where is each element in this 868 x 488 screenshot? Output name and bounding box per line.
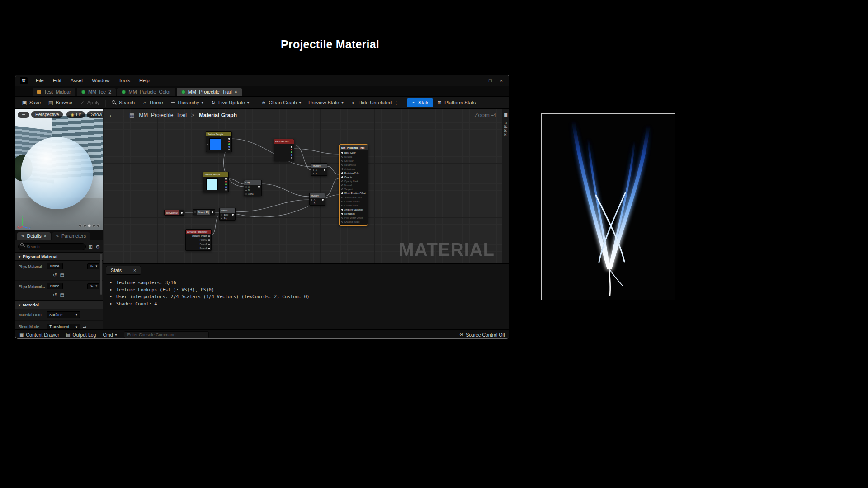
material-input-pin[interactable]: Pixel Depth Offset: [340, 216, 368, 220]
console-command-input[interactable]: [124, 331, 209, 338]
node-dynamic-parameter[interactable]: Dynamic Parameter Dissolve_Power Param2: [185, 229, 212, 251]
blend-mode-select[interactable]: Translucent: [47, 324, 80, 330]
breadcrumb-asset[interactable]: MM_Projectile_Trail: [139, 112, 187, 118]
material-input-pin[interactable]: Ambient Occlusion: [340, 207, 368, 211]
cmd-dropdown[interactable]: Cmd: [103, 332, 117, 338]
output-log-button[interactable]: Output Log: [66, 332, 96, 338]
node-texture-sample-1[interactable]: Texture Sample: [206, 131, 232, 152]
material-input-pin[interactable]: Shading Model: [340, 220, 368, 224]
details-scrollbar[interactable]: [100, 254, 102, 295]
use-selected-icon[interactable]: [53, 271, 57, 278]
material-input-pin[interactable]: Refraction: [340, 211, 368, 216]
material-input-pin[interactable]: Normal: [340, 183, 368, 187]
material-input-pin[interactable]: Tangent: [340, 187, 368, 191]
material-input-pin[interactable]: Subsurface Color: [340, 195, 368, 199]
material-input-pin[interactable]: Opacity Mask: [340, 179, 368, 183]
toolbar-button[interactable]: Preview State: [305, 98, 347, 107]
material-domain-select[interactable]: Surface: [47, 311, 80, 318]
section-header[interactable]: Material: [15, 300, 103, 309]
material-input-pin[interactable]: Base Color: [340, 150, 368, 155]
mini-dropdown[interactable]: No: [87, 283, 99, 289]
node-multiply-2[interactable]: Multiply A B: [309, 193, 326, 206]
toolbar-button[interactable]: Save: [18, 98, 44, 108]
tab-details[interactable]: Details: [17, 232, 51, 240]
toolbar-button[interactable]: Hide Unrelated: [347, 98, 402, 108]
node-lerp[interactable]: Lerp A B Alpha: [244, 180, 262, 196]
uv-input-pin[interactable]: [207, 144, 208, 145]
dynamic-parameter-pin[interactable]: Dissolve_Power: [186, 234, 211, 238]
browse-to-asset-icon[interactable]: [60, 271, 64, 278]
material-input-pin[interactable]: Specular: [340, 159, 368, 163]
dynamic-parameter-pin[interactable]: Param3: [186, 242, 211, 246]
node-multiply-1[interactable]: Multiply A B: [311, 163, 327, 176]
node-material-result[interactable]: MM_Projectile_Trail Base Color Metallic: [339, 144, 368, 226]
lit-mode-button[interactable]: Lit: [66, 111, 85, 118]
menu-item[interactable]: Window: [92, 78, 109, 83]
menu-item[interactable]: Help: [139, 78, 150, 83]
details-search-input[interactable]: [18, 243, 86, 250]
asset-tab[interactable]: MM_Particle_Color: [117, 88, 175, 96]
menu-item[interactable]: Edit: [53, 78, 61, 83]
toolbar-button[interactable]: Search: [108, 98, 138, 107]
toolbar-button[interactable]: Hierarchy: [167, 98, 208, 108]
input-pin[interactable]: [194, 211, 196, 213]
material-preview-viewport[interactable]: Perspective Lit Show z x y: [15, 109, 103, 230]
output-pin[interactable]: [212, 211, 213, 213]
maximize-button[interactable]: [489, 78, 492, 83]
settings-gear-icon[interactable]: [95, 242, 100, 250]
node-texture-sample-2[interactable]: Texture Sample: [203, 172, 229, 192]
toolbar-button[interactable]: Live Update: [207, 98, 253, 108]
tab-close-icon[interactable]: [235, 89, 237, 94]
reset-to-default-icon[interactable]: [83, 323, 86, 329]
dynamic-parameter-pin[interactable]: Param2: [186, 238, 211, 242]
toolbar-button[interactable]: Clean Graph: [257, 98, 305, 108]
section-header[interactable]: Physical Material: [15, 252, 103, 261]
content-drawer-button[interactable]: Content Drawer: [19, 332, 59, 338]
tab-parameters[interactable]: Parameters: [52, 232, 90, 240]
asset-tab[interactable]: Test_Midgar: [33, 88, 75, 96]
minimize-button[interactable]: [478, 78, 481, 83]
asset-picker[interactable]: None: [47, 263, 63, 269]
show-menu-button[interactable]: Show: [87, 111, 103, 118]
material-input-pin[interactable]: Roughness: [340, 163, 368, 167]
stats-close-icon[interactable]: [133, 268, 136, 273]
toolbar-button[interactable]: Platform Stats: [433, 98, 479, 108]
asset-tab[interactable]: MM_Ice_2: [77, 88, 116, 96]
node-particle-color[interactable]: Particle Color: [274, 139, 294, 161]
material-input-pin[interactable]: Custom Data 0: [340, 199, 368, 203]
material-input-pin[interactable]: Opacity: [340, 175, 368, 179]
viewport-quick-settings[interactable]: [79, 224, 100, 227]
asset-tab[interactable]: MM_Projectile_Trail: [177, 88, 242, 96]
asset-picker[interactable]: None: [47, 283, 63, 289]
menu-item[interactable]: File: [36, 78, 44, 83]
tab-close-icon[interactable]: [44, 234, 47, 239]
output-pins[interactable]: [291, 146, 293, 159]
list-icon[interactable]: [504, 110, 508, 118]
output-pins[interactable]: [225, 178, 227, 191]
output-pins[interactable]: [228, 138, 231, 150]
material-input-pin[interactable]: Custom Data 1: [340, 203, 368, 207]
toolbar-button[interactable]: Stats: [407, 98, 433, 107]
palette-sidebar-tab[interactable]: Palette: [502, 109, 509, 263]
source-control-status[interactable]: Source Control Off: [459, 332, 505, 338]
uv-input-pin[interactable]: [204, 184, 205, 185]
output-pin[interactable]: [181, 212, 183, 214]
dynamic-parameter-pin[interactable]: Param4: [186, 246, 211, 250]
toolbar-button[interactable]: Browse: [44, 98, 76, 108]
use-selected-icon[interactable]: [53, 291, 57, 298]
menu-item[interactable]: Asset: [71, 78, 83, 83]
toolbar-button[interactable]: Apply: [76, 98, 104, 108]
nav-forward-icon[interactable]: [119, 112, 125, 118]
menu-item[interactable]: Tools: [118, 78, 130, 83]
toolbar-button[interactable]: Home: [138, 98, 166, 107]
node-power[interactable]: Power Base Exp: [219, 208, 236, 221]
node-mask[interactable]: Mask ( R ): [193, 209, 215, 215]
viewport-menu-button[interactable]: [18, 112, 29, 118]
nav-back-icon[interactable]: [108, 112, 114, 118]
node-texcoord[interactable]: TexCoord[0]: [164, 210, 184, 216]
material-input-pin[interactable]: Anisotropy: [340, 167, 368, 171]
material-graph-canvas[interactable]: MATERIAL: [103, 109, 502, 263]
perspective-button[interactable]: Perspective: [31, 111, 63, 118]
material-input-pin[interactable]: Emissive Color: [340, 171, 368, 175]
close-button[interactable]: [500, 78, 503, 83]
